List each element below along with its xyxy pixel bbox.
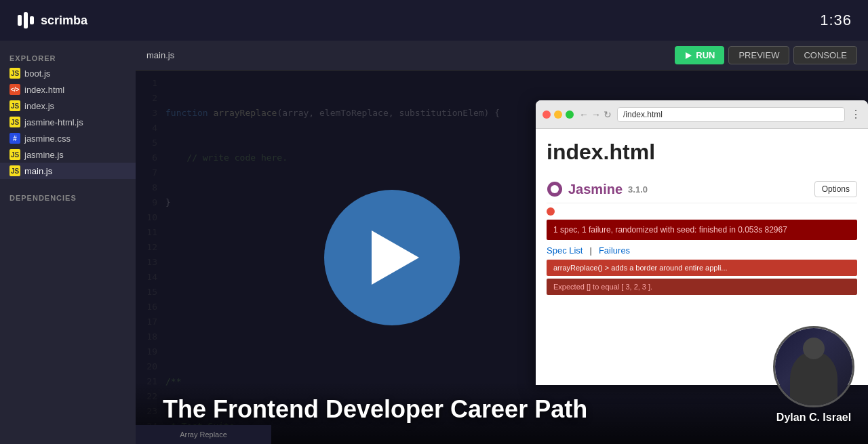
video-overlay[interactable]: The Frontend Developer Career Path <box>136 70 868 444</box>
file-tab: main.js <box>146 50 174 60</box>
editor-toolbar: main.js RUN PREVIEW CONSOLE <box>136 41 868 70</box>
toolbar-buttons: RUN PREVIEW CONSOLE <box>675 46 857 64</box>
js-icon: JS <box>9 165 20 176</box>
sidebar-item-indexjs[interactable]: JS index.js <box>0 98 136 114</box>
sidebar-item-mainjs[interactable]: JS main.js <box>0 163 136 179</box>
editor-area: main.js RUN PREVIEW CONSOLE 1234 5678 <box>136 41 868 444</box>
topbar: scrimba 1:36 <box>0 0 868 41</box>
html-icon: </> <box>9 84 20 95</box>
run-icon <box>684 52 692 60</box>
sidebar-item-jasminejs[interactable]: JS jasmine.js <box>0 146 136 163</box>
sidebar-filename: boot.js <box>24 68 50 79</box>
js-icon: JS <box>9 100 20 111</box>
scrimba-logo-icon <box>16 11 35 30</box>
sidebar-item-bootjs[interactable]: JS boot.js <box>0 65 136 81</box>
run-button[interactable]: RUN <box>675 46 724 64</box>
logo: scrimba <box>16 11 87 30</box>
preview-label: PREVIEW <box>738 50 779 60</box>
sidebar-filename: jasmine-html.js <box>24 117 83 127</box>
bottom-bar: Array Replace <box>136 425 271 444</box>
sidebar-filename: index.js <box>24 101 54 111</box>
js-icon: JS <box>9 149 20 160</box>
console-label: CONSOLE <box>804 50 847 60</box>
svg-rect-2 <box>30 16 34 24</box>
svg-rect-0 <box>18 15 22 26</box>
sidebar-filename: jasmine.js <box>24 150 64 160</box>
sidebar-item-jasminecss[interactable]: # jasmine.css <box>0 130 136 146</box>
svg-rect-1 <box>24 12 28 28</box>
timer-display: 1:36 <box>820 12 852 29</box>
sidebar-filename: index.html <box>24 85 64 95</box>
sidebar-filename: jasmine.css <box>24 134 71 144</box>
code-editor[interactable]: 1234 5678 9101112 13141516 17181920 2122… <box>136 70 868 444</box>
sidebar: EXPLORER JS boot.js </> index.html JS in… <box>0 41 136 444</box>
console-button[interactable]: CONSOLE <box>793 46 857 64</box>
js-icon: JS <box>9 117 20 127</box>
run-label: RUN <box>696 50 715 60</box>
play-button[interactable] <box>324 190 460 325</box>
overlay-container: The Frontend Developer Career Path ← → <box>136 70 868 444</box>
preview-button[interactable]: PREVIEW <box>728 46 789 64</box>
main-layout: EXPLORER JS boot.js </> index.html JS in… <box>0 41 868 444</box>
play-icon <box>372 230 419 285</box>
bottom-bar-label: Array Replace <box>180 430 227 439</box>
sidebar-item-jasminehtmljs[interactable]: JS jasmine-html.js <box>0 114 136 130</box>
sidebar-filename: main.js <box>24 166 52 176</box>
sidebar-item-indexhtml[interactable]: </> index.html <box>0 81 136 98</box>
js-icon: JS <box>9 68 20 79</box>
dependencies-label: DEPENDENCIES <box>0 188 136 205</box>
css-icon: # <box>9 133 20 144</box>
logo-text: scrimba <box>41 14 87 28</box>
svg-marker-3 <box>686 52 692 59</box>
explorer-label: EXPLORER <box>0 49 136 65</box>
